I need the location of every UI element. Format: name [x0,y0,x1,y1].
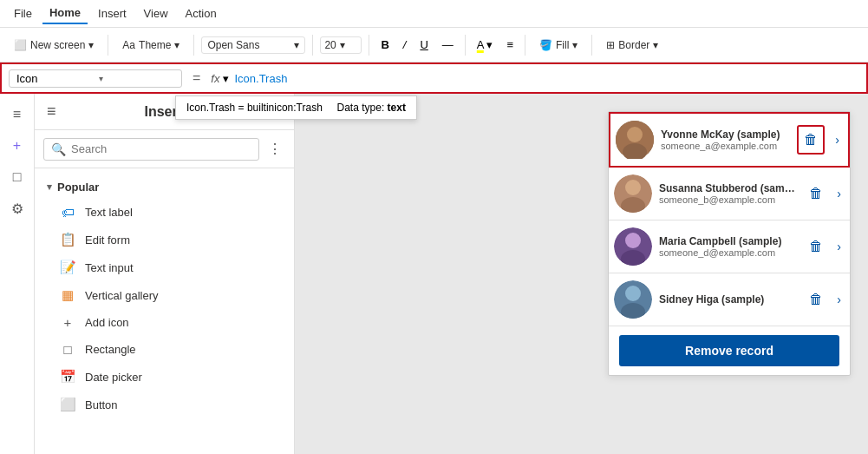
fx-chevron: ▾ [223,72,229,85]
insert-item-date-picker[interactable]: 📅 Date picker [35,363,294,391]
sidebar-icon-menu[interactable]: ≡ [3,101,31,128]
theme-icon: Aa [122,39,135,51]
sidebar-icon-shapes[interactable]: □ [3,163,31,191]
toolbar-separator-6 [525,35,525,56]
formula-bar: Icon ▾ = fx ▾ Icon.Trash Icon.Trash = bu… [0,63,868,94]
theme-chevron-icon: ▾ [174,39,179,51]
toolbar-separator-1 [108,35,108,56]
sidebar-icon-settings[interactable]: ⚙ [3,194,31,222]
chevron-right-2[interactable]: › [833,183,845,204]
chevron-right-3[interactable]: › [833,236,845,257]
fill-chevron-icon: ▾ [572,39,578,51]
new-screen-button[interactable]: ⬜ New screen ▾ [7,36,101,55]
fill-button[interactable]: 🪣 Fill ▾ [532,36,584,55]
formula-tooltip: Icon.Trash = builtinicon:Trash Data type… [175,95,417,120]
contact-email-3: someone_d@example.com [659,247,799,258]
font-selector[interactable]: Open Sans ▾ [201,36,305,54]
contact-name-1: Yvonne McKay (sample) [661,128,790,141]
fill-icon: 🪣 [539,39,552,51]
trash-icon-2[interactable]: 🗑 [806,182,826,205]
font-color-chevron: ▾ [486,38,493,51]
button-item-icon: ⬜ [59,397,76,412]
align-button[interactable]: ≡ [502,35,518,55]
fx-label: fx [211,72,219,85]
equals-sign: = [193,70,200,86]
search-input[interactable] [71,142,251,155]
contact-name-2: Susanna Stubberod (sample) [659,182,799,194]
theme-button[interactable]: Aa Theme ▾ [115,36,186,55]
contact-item-2[interactable]: Susanna Stubberod (sample) someone_b@exa… [609,168,850,220]
insert-item-text-input[interactable]: 📝 Text input [35,253,294,281]
contact-avatar-3 [614,227,652,266]
rectangle-icon: □ [59,342,76,357]
search-icon: 🔍 [51,142,66,156]
strikethrough-button[interactable]: — [438,35,458,55]
svg-point-7 [625,233,641,248]
chevron-right-1[interactable]: › [832,129,843,150]
vertical-gallery-icon: ▦ [59,287,76,303]
contact-info-1: Yvonne McKay (sample) someone_a@example.… [661,128,790,151]
contact-item-4[interactable]: Sidney Higa (sample) 🗑 › [609,273,850,326]
underline-button[interactable]: U [415,35,432,55]
insert-item-vertical-gallery[interactable]: ▦ Vertical gallery [35,281,294,309]
search-box: 🔍 [43,138,259,161]
contact-list: Yvonne McKay (sample) someone_a@example.… [608,111,851,376]
formula-name-chevron: ▾ [99,74,174,83]
font-color-button[interactable]: A ▾ [473,35,498,55]
contact-item-1[interactable]: Yvonne McKay (sample) someone_a@example.… [609,112,850,168]
left-sidebar: ≡ + □ ⚙ [0,94,35,454]
contact-info-3: Maria Campbell (sample) someone_d@exampl… [659,235,799,258]
font-size-selector[interactable]: 20 ▾ [320,36,362,54]
menu-insert[interactable]: Insert [91,3,134,23]
formula-value[interactable]: Icon.Trash [234,72,287,85]
insert-panel: ≡ Insert ✕ 🔍 ⋮ ▾ Popular 🏷 Text l [35,94,295,454]
insert-item-button[interactable]: ⬜ Button [35,391,294,418]
popular-section-header[interactable]: ▾ Popular [35,175,294,199]
menu-home[interactable]: Home [42,3,88,24]
menu-action[interactable]: Action [179,3,224,23]
more-options-icon[interactable]: ⋮ [264,137,285,161]
contact-name-3: Maria Campbell (sample) [659,235,799,247]
insert-item-edit-form[interactable]: 📋 Edit form [35,226,294,253]
border-button[interactable]: ⊞ Border ▾ [599,36,665,55]
canvas-area: Yvonne McKay (sample) someone_a@example.… [295,94,868,454]
menu-file[interactable]: File [7,3,39,23]
menu-view[interactable]: View [137,3,175,23]
font-chevron-icon: ▾ [294,39,299,51]
chevron-right-4[interactable]: › [833,289,845,310]
italic-button[interactable]: / [399,35,411,55]
contact-avatar-4 [614,280,652,319]
svg-point-4 [625,180,641,195]
contact-info-4: Sidney Higa (sample) [659,293,799,306]
font-color-icon: A [477,38,484,51]
toolbar-separator-4 [369,35,369,56]
contact-info-2: Susanna Stubberod (sample) someone_b@exa… [659,182,799,205]
text-input-icon: 📝 [59,260,76,275]
new-screen-chevron-icon: ▾ [88,39,94,51]
bold-button[interactable]: B [376,35,393,55]
formula-name-box[interactable]: Icon ▾ [9,69,182,88]
avatar-svg-1 [616,121,654,159]
contact-name-4: Sidney Higa (sample) [659,293,799,306]
trash-icon-4[interactable]: 🗑 [806,288,826,311]
contact-item-3[interactable]: Maria Campbell (sample) someone_d@exampl… [609,220,850,273]
hamburger-icon[interactable]: ≡ [47,102,56,121]
contact-avatar-1 [616,121,654,159]
insert-search-area: 🔍 ⋮ [35,130,294,168]
contact-avatar-2 [614,174,652,213]
date-picker-icon: 📅 [59,369,76,385]
remove-record-button[interactable]: Remove record [619,335,839,366]
toolbar: ⬜ New screen ▾ Aa Theme ▾ Open Sans ▾ 20… [0,28,868,63]
svg-point-1 [627,127,643,142]
add-icon-item-icon: + [59,315,76,330]
toolbar-separator-2 [193,35,194,56]
fx-box: fx ▾ [211,72,229,85]
sidebar-icon-add[interactable]: + [3,132,31,160]
contact-email-2: someone_b@example.com [659,194,799,205]
insert-item-rectangle[interactable]: □ Rectangle [35,336,294,363]
section-chevron-icon: ▾ [47,181,52,193]
trash-icon-3[interactable]: 🗑 [806,235,826,258]
insert-item-text-label[interactable]: 🏷 Text label [35,199,294,226]
insert-item-add-icon[interactable]: + Add icon [35,309,294,336]
trash-icon-1[interactable]: 🗑 [797,125,825,155]
